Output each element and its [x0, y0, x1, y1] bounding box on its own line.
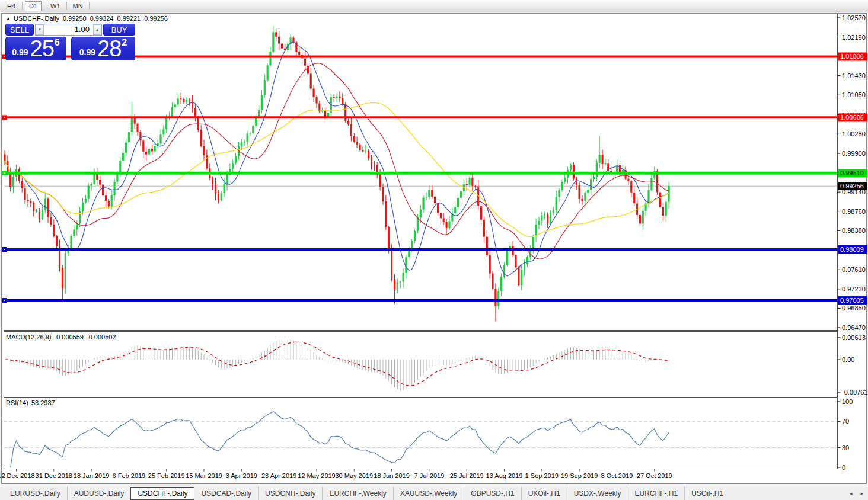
svg-text:18 Jun 2019: 18 Jun 2019: [374, 472, 410, 479]
buy-price-display[interactable]: 0.99 28 2: [71, 37, 135, 60]
chart-tab[interactable]: UKOil-,H1: [521, 487, 567, 500]
svg-text:1.00280: 1.00280: [842, 130, 866, 137]
volume-increase-button[interactable]: ▲: [93, 24, 101, 35]
svg-text:0.00613: 0.00613: [842, 334, 866, 341]
sell-price-point: 6: [55, 37, 60, 48]
svg-text:0.99256: 0.99256: [840, 182, 864, 190]
timeframe-d1-button[interactable]: D1: [25, 1, 42, 11]
buy-price-point: 2: [122, 37, 127, 48]
svg-text:0.98009: 0.98009: [840, 246, 864, 253]
chart-tab[interactable]: USDCAD-,Daily: [194, 487, 258, 500]
chart-tab[interactable]: EURCHF-,H1: [628, 487, 685, 500]
svg-text:0.98760: 0.98760: [842, 208, 866, 215]
ohlc-close: 0.99256: [144, 15, 168, 22]
svg-text:13 Aug 2019: 13 Aug 2019: [486, 472, 523, 479]
svg-text:1.02190: 1.02190: [842, 34, 866, 41]
svg-text:23 Apr 2019: 23 Apr 2019: [261, 472, 296, 479]
svg-text:1.01050: 1.01050: [842, 91, 866, 98]
chart-tab[interactable]: EURCHF-,Weekly: [322, 487, 392, 500]
chart-tab[interactable]: XAUUSD-,Weekly: [393, 487, 464, 500]
svg-text:0.97005: 0.97005: [840, 297, 864, 304]
svg-text:1 Sep 2019: 1 Sep 2019: [525, 472, 559, 479]
svg-text:30: 30: [842, 444, 849, 451]
timeframe-w1-button[interactable]: W1: [47, 1, 64, 11]
buy-price-pips: 28: [97, 40, 121, 58]
rsi-value: 53.2987: [31, 399, 55, 406]
toolbar-separator: [66, 2, 67, 10]
collapse-panel-icon[interactable]: ▲: [6, 16, 11, 21]
svg-text:27 Oct 2019: 27 Oct 2019: [637, 472, 672, 479]
tab-scroll-controls: ◂ ▸: [850, 486, 863, 500]
ohlc-open: 0.99250: [63, 15, 87, 22]
svg-text:6 Feb 2019: 6 Feb 2019: [113, 472, 146, 479]
svg-text:70: 70: [842, 418, 849, 425]
volume-decrease-button[interactable]: ▼: [36, 24, 44, 35]
svg-text:0.97610: 0.97610: [842, 266, 866, 273]
macd-indicator-label: MACD(12,26,9)-0.000559-0.000502: [6, 334, 116, 341]
toolbar-separator: [22, 2, 23, 10]
buy-price-prefix: 0.99: [79, 46, 95, 58]
macd-signal-value: -0.000502: [87, 334, 116, 341]
svg-text:1.01806: 1.01806: [840, 53, 864, 60]
chart-tab[interactable]: USDCNH-,Daily: [258, 487, 322, 500]
toolbar-separator: [44, 2, 44, 10]
timeframe-h4-button[interactable]: H4: [3, 1, 20, 11]
svg-text:12 May 2019: 12 May 2019: [298, 472, 336, 479]
svg-text:0: 0: [842, 464, 845, 471]
svg-text:30 May 2019: 30 May 2019: [335, 472, 373, 479]
timeframe-toolbar: H4 D1 W1 MN: [0, 0, 868, 12]
svg-text:100: 100: [842, 398, 853, 405]
chart-tab[interactable]: USDCHF-,Daily: [130, 487, 194, 500]
chart-tabs: EURUSD-,DailyAUDUSD-,DailyUSDCHF-,DailyU…: [4, 486, 730, 500]
svg-text:18 Jan 2019: 18 Jan 2019: [74, 472, 110, 479]
macd-main-value: -0.000559: [54, 334, 84, 341]
svg-text:15 Mar 2019: 15 Mar 2019: [186, 472, 222, 479]
chart-tab[interactable]: USOil-,H1: [684, 487, 730, 500]
svg-text:0.96850: 0.96850: [842, 305, 866, 312]
svg-text:0.00: 0.00: [842, 356, 854, 363]
svg-text:3 Apr 2019: 3 Apr 2019: [226, 472, 257, 479]
svg-text:8 Oct 2019: 8 Oct 2019: [601, 472, 633, 479]
timeframe-mn-button[interactable]: MN: [69, 1, 87, 11]
svg-text:0.98380: 0.98380: [842, 227, 866, 234]
chart-tab[interactable]: USDX-,Weekly: [567, 487, 628, 500]
sell-button[interactable]: SELL: [5, 24, 34, 36]
ohlc-low: 0.99221: [117, 15, 141, 22]
chart-tab[interactable]: AUDUSD-,Daily: [67, 487, 131, 500]
svg-text:25 Feb 2019: 25 Feb 2019: [148, 472, 185, 479]
tabs-scroll-left-icon[interactable]: ◂: [850, 491, 853, 496]
svg-text:1.00606: 1.00606: [840, 114, 864, 121]
svg-text:0.97230: 0.97230: [842, 286, 866, 293]
sell-price-pips: 25: [30, 40, 54, 58]
volume-input[interactable]: 1.00: [44, 24, 93, 35]
sell-price-display[interactable]: 0.99 25 6: [5, 37, 66, 60]
ohlc-high: 0.99324: [90, 15, 114, 22]
svg-text:1.01430: 1.01430: [842, 72, 866, 79]
svg-text:12 Dec 2018: 12 Dec 2018: [0, 472, 35, 479]
svg-text:0.96470: 0.96470: [842, 324, 866, 331]
symbol-title: USDCHF-,Daily: [14, 15, 59, 22]
svg-text:25 Jul 2019: 25 Jul 2019: [450, 472, 484, 479]
tabs-scroll-right-icon[interactable]: ▸: [860, 491, 863, 496]
volume-stepper: ▼ 1.00 ▲: [35, 24, 102, 36]
svg-text:-0.007612: -0.007612: [842, 389, 868, 396]
svg-text:7 Jul 2019: 7 Jul 2019: [414, 472, 445, 479]
svg-text:31 Dec 2018: 31 Dec 2018: [36, 472, 72, 479]
rsi-indicator-label: RSI(14)53.2987: [6, 399, 55, 406]
symbol-header: ▲USDCHF-,Daily0.992500.993240.992210.992…: [6, 15, 168, 22]
toolbar-separator: [89, 2, 90, 10]
svg-text:1.02570: 1.02570: [842, 14, 866, 21]
svg-text:19 Sep 2019: 19 Sep 2019: [561, 472, 598, 479]
chart-tab-bar: EURUSD-,DailyAUDUSD-,DailyUSDCHF-,DailyU…: [0, 486, 868, 500]
svg-text:0.99900: 0.99900: [842, 150, 866, 157]
chart-tab[interactable]: GBPUSD-,H1: [464, 487, 521, 500]
trading-terminal-window: H4 D1 W1 MN 1.025701.021901.018101.01430…: [0, 0, 868, 500]
sell-price-prefix: 0.99: [12, 46, 28, 58]
chart-tab[interactable]: EURUSD-,Daily: [4, 487, 67, 500]
buy-button[interactable]: BUY: [103, 24, 135, 36]
one-click-trading-panel: SELL ▼ 1.00 ▲ BUY 0.99 25 6 0.99 28 2: [5, 24, 135, 60]
svg-text:0.99510: 0.99510: [840, 169, 864, 177]
price-chart-canvas[interactable]: 1.025701.021901.018101.014301.010501.006…: [0, 0, 868, 500]
